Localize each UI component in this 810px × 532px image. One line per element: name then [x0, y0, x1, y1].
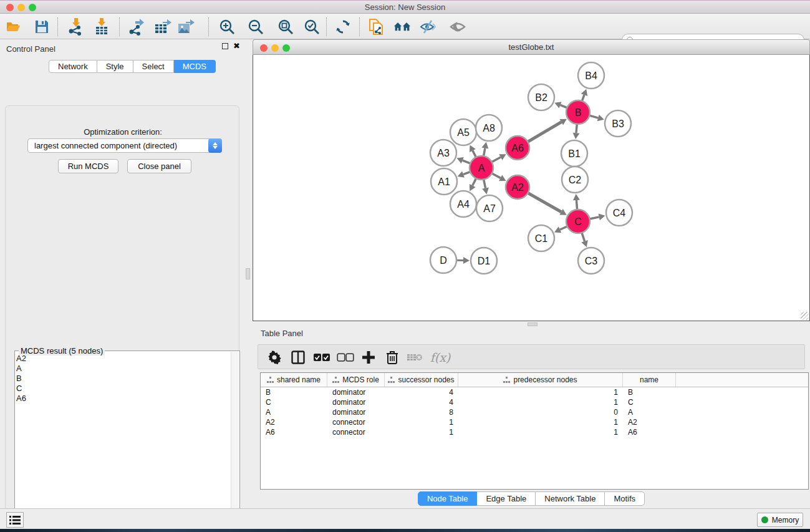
- result-item[interactable]: A: [16, 364, 26, 374]
- edge-A2-C[interactable]: [528, 193, 561, 212]
- tab-network[interactable]: Network: [49, 60, 97, 73]
- column-header-successor-nodes[interactable]: successor nodes: [385, 373, 458, 387]
- split-columns-icon[interactable]: [289, 349, 307, 366]
- function-builder-icon[interactable]: f(x): [428, 349, 453, 366]
- edge-C-C4[interactable]: [589, 217, 599, 219]
- show-panels-icon[interactable]: [449, 18, 466, 36]
- minimize-window-button[interactable]: [17, 4, 25, 11]
- close-network-button[interactable]: [260, 44, 268, 52]
- cell-successor-nodes[interactable]: 4: [385, 387, 458, 397]
- table-row[interactable]: Adominator80A: [261, 407, 808, 417]
- close-window-button[interactable]: [6, 4, 14, 11]
- result-scrollbar[interactable]: [231, 352, 239, 532]
- refresh-layout-icon[interactable]: [334, 18, 352, 36]
- cell-predecessor-nodes[interactable]: 1: [458, 417, 623, 427]
- deselect-checks-icon[interactable]: [337, 349, 354, 366]
- edge-A6-B[interactable]: [528, 122, 562, 142]
- zoom-in-icon[interactable]: [218, 18, 236, 36]
- zoom-fit-icon[interactable]: [277, 18, 294, 36]
- result-item[interactable]: B: [16, 374, 26, 384]
- edge-C-C2[interactable]: [576, 200, 577, 210]
- network-canvas[interactable]: B4B2BB3B1A5A8A6A3AA1A2C2A4A7C4CC1C3DD1: [253, 55, 810, 321]
- edge-A-A2[interactable]: [491, 173, 501, 178]
- result-item[interactable]: A2: [16, 354, 26, 364]
- cell-successor-nodes[interactable]: 1: [385, 417, 458, 427]
- table-row[interactable]: A6connector11A6: [261, 427, 808, 437]
- tab-style[interactable]: Style: [97, 60, 133, 73]
- copy-network-icon[interactable]: [368, 18, 385, 36]
- task-history-button[interactable]: [6, 512, 24, 528]
- cell-MCDS-role[interactable]: dominator: [327, 397, 385, 407]
- cell-successor-nodes[interactable]: 1: [385, 427, 458, 437]
- column-header-MCDS-role[interactable]: MCDS role: [327, 373, 385, 387]
- tab-edge-table[interactable]: Edge Table: [477, 491, 536, 506]
- tab-motifs[interactable]: Motifs: [605, 491, 645, 506]
- save-session-icon[interactable]: [33, 18, 51, 36]
- export-image-icon[interactable]: [177, 18, 195, 36]
- edge-B-B1[interactable]: [576, 123, 577, 133]
- edge-A-A6[interactable]: [491, 157, 501, 162]
- cell-MCDS-role[interactable]: connector: [327, 427, 385, 437]
- column-header-predecessor-nodes[interactable]: predecessor nodes: [458, 373, 623, 387]
- cell-name[interactable]: A2: [623, 417, 676, 427]
- cell-name[interactable]: C: [623, 397, 676, 407]
- cell-shared-name[interactable]: A: [261, 407, 327, 417]
- cell-successor-nodes[interactable]: 8: [385, 407, 458, 417]
- cell-predecessor-nodes[interactable]: 1: [458, 387, 623, 397]
- cell-name[interactable]: B: [623, 387, 676, 397]
- cell-shared-name[interactable]: A2: [261, 417, 327, 427]
- cell-shared-name[interactable]: B: [261, 387, 327, 397]
- tab-select[interactable]: Select: [133, 60, 174, 73]
- vertical-splitter[interactable]: [244, 39, 253, 508]
- tab-mcds[interactable]: MCDS: [174, 60, 216, 73]
- home-layout-icon[interactable]: [393, 18, 411, 36]
- edge-C-C3[interactable]: [582, 232, 585, 241]
- mcds-result-list[interactable]: A2ABCA6: [16, 354, 26, 404]
- close-panel-button[interactable]: Close panel: [127, 159, 191, 173]
- open-session-icon[interactable]: [4, 18, 22, 36]
- delete-column-icon[interactable]: [383, 349, 401, 366]
- cell-shared-name[interactable]: C: [261, 397, 327, 407]
- minimize-network-button[interactable]: [271, 44, 279, 52]
- cell-MCDS-role[interactable]: connector: [327, 417, 385, 427]
- export-table-icon[interactable]: [154, 18, 171, 36]
- import-table-icon[interactable]: [94, 18, 111, 36]
- edge-A-A7[interactable]: [484, 179, 486, 188]
- close-panel-icon[interactable]: ✖: [233, 43, 240, 49]
- tab-network-table[interactable]: Network Table: [536, 491, 605, 506]
- cell-predecessor-nodes[interactable]: 1: [458, 397, 623, 407]
- import-network-icon[interactable]: [67, 18, 85, 36]
- add-column-icon[interactable]: [360, 349, 377, 366]
- network-graph[interactable]: B4B2BB3B1A5A8A6A3AA1A2C2A4A7C4CC1C3DD1: [253, 55, 809, 320]
- cell-name[interactable]: A6: [623, 427, 676, 437]
- edge-B-B3[interactable]: [589, 115, 598, 118]
- cell-predecessor-nodes[interactable]: 1: [458, 427, 623, 437]
- table-row[interactable]: Bdominator41B: [261, 387, 808, 397]
- table-row[interactable]: Cdominator41C: [261, 397, 808, 407]
- zoom-network-button[interactable]: [282, 44, 290, 52]
- export-network-icon[interactable]: [128, 18, 145, 36]
- cell-predecessor-nodes[interactable]: 0: [458, 407, 623, 417]
- memory-button[interactable]: Memory: [757, 513, 803, 527]
- zoom-selected-icon[interactable]: [303, 18, 321, 36]
- horizontal-splitter[interactable]: [253, 321, 810, 327]
- result-item[interactable]: C: [16, 384, 26, 394]
- result-item[interactable]: A6: [16, 394, 26, 404]
- cell-MCDS-role[interactable]: dominator: [327, 407, 385, 417]
- cell-shared-name[interactable]: A6: [261, 427, 327, 437]
- column-header-name[interactable]: name: [623, 373, 676, 387]
- float-panel-icon[interactable]: [222, 43, 228, 49]
- network-window-titlebar[interactable]: testGlobe.txt: [253, 39, 810, 55]
- hide-panels-icon[interactable]: [419, 18, 436, 36]
- delete-table-icon[interactable]: [406, 349, 423, 366]
- table-row[interactable]: A2connector11A2: [261, 417, 808, 427]
- resize-grip-icon[interactable]: [801, 312, 809, 320]
- table-settings-icon[interactable]: [266, 349, 283, 366]
- cell-name[interactable]: A: [623, 407, 676, 417]
- run-mcds-button[interactable]: Run MCDS: [58, 159, 118, 173]
- zoom-window-button[interactable]: [29, 4, 36, 11]
- zoom-out-icon[interactable]: [247, 18, 264, 36]
- node-table[interactable]: shared nameMCDS rolesuccessor nodesprede…: [260, 372, 809, 490]
- select-all-checks-icon[interactable]: [313, 349, 330, 366]
- cell-successor-nodes[interactable]: 4: [385, 397, 458, 407]
